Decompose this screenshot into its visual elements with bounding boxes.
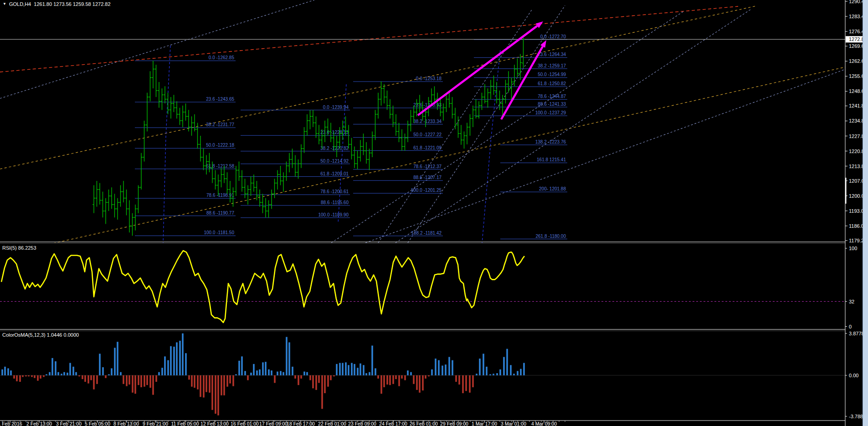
osma-bar [55, 361, 56, 375]
osma-bar [476, 374, 478, 375]
osma-bar [410, 372, 412, 375]
osma-bar [292, 367, 293, 375]
osma-bar [93, 375, 95, 390]
osma-bar [232, 375, 234, 386]
osma-bar [90, 375, 92, 380]
channel-line-2[interactable] [331, 11, 683, 243]
osma-bar [69, 363, 71, 375]
osma-bar [265, 362, 267, 375]
osma-bar [99, 354, 101, 375]
trend-arrow-1[interactable] [418, 21, 543, 115]
fib-level-label: 200- 1201.88 [539, 186, 566, 191]
osma-bar [188, 375, 190, 380]
osma-bar [345, 362, 347, 375]
fib-level-label: 161.8 1215.41 [537, 157, 566, 162]
osma-bar [209, 375, 211, 393]
osma-bar [458, 375, 460, 385]
osma-bar [4, 367, 6, 375]
osma-bar [493, 374, 494, 375]
osma-bar [31, 375, 33, 377]
osma-bar [197, 375, 199, 390]
rsi-axis-label: 100 [849, 246, 857, 251]
rsi-panel[interactable] [0, 251, 845, 323]
osma-bar [57, 372, 59, 375]
osma-bar [268, 370, 270, 375]
osma-bar [354, 364, 355, 375]
fib-level-label: 138.2 -1223.76 [535, 139, 566, 144]
osma-bar [371, 346, 373, 375]
channel-line-1[interactable] [0, 0, 314, 98]
chart-canvas[interactable]: 0.0 -1262.8523.6 -1243.6538.2 -1231.7750… [0, 0, 868, 426]
osma-bar [503, 357, 505, 375]
osma-bar [51, 358, 53, 375]
osma-bar [182, 334, 184, 375]
fib-level-label: 88.6 -1190.77 [206, 210, 234, 216]
osma-bar [244, 371, 246, 375]
osma-bar [123, 375, 124, 384]
chevron-down-icon[interactable]: ▼ [3, 2, 6, 6]
osma-bar [523, 363, 525, 375]
osma-bar [496, 373, 498, 375]
osma-bar [312, 375, 314, 388]
osma-bar [84, 375, 86, 382]
osma-bar [315, 375, 317, 390]
osma-bar [419, 375, 421, 393]
time-tick-label: 5 Feb 05:00 [85, 421, 110, 426]
osma-bar [333, 375, 335, 376]
osma-bar [138, 375, 139, 385]
osma-bar [120, 372, 122, 375]
navy-dashed-line-3[interactable] [482, 50, 500, 243]
osma-bar [61, 374, 62, 375]
channel-line-3[interactable] [395, 9, 752, 243]
time-tick-label: 12 Feb 13:00 [200, 421, 229, 426]
osma-bar [117, 342, 118, 375]
time-tick-label: 2 Feb 13:00 [26, 421, 52, 426]
axis-marker-bar [845, 178, 847, 204]
osma-bar [46, 374, 47, 375]
window-scrollbar[interactable] [863, 0, 868, 426]
fib-level-label: 78.6 -1212.37 [413, 164, 442, 169]
osma-bar [19, 375, 21, 382]
osma-bar [339, 363, 341, 375]
osma-panel[interactable] [0, 334, 845, 416]
time-tick-label: 3 Feb 21:00 [56, 421, 82, 426]
fib-level-label: 61.8 -1209.01 [320, 171, 349, 176]
rsi-axis-label: 32 [849, 299, 854, 304]
symbol-ohlc-text: GOLD,H4 1261.80 1273.56 1259.58 1272.82 [9, 1, 111, 7]
osma-bar [75, 372, 77, 375]
osma-bar [286, 337, 288, 375]
time-tick-label: 16 Feb 01:00 [231, 421, 259, 426]
osma-bar [126, 375, 128, 386]
osma-bar [489, 374, 491, 375]
osma-bar [303, 371, 305, 375]
rsi-indicator-label: RSI(5) 86.2253 [2, 245, 36, 251]
osma-bar [108, 374, 110, 375]
osma-bar [221, 375, 222, 395]
osma-bar [510, 365, 512, 375]
symbol-info-bar[interactable]: ▼ GOLD,H4 1261.80 1273.56 1259.58 1272.8… [3, 1, 111, 7]
osma-bar [448, 357, 450, 375]
time-axis[interactable]: 1 Feb 20162 Feb 13:003 Feb 21:005 Feb 05… [0, 421, 565, 426]
osma-bar [96, 375, 98, 384]
osma-bar [102, 367, 104, 375]
osma-bar [259, 370, 261, 375]
osma-bar [416, 375, 418, 390]
osma-bar [442, 365, 443, 375]
osma-bar [375, 368, 376, 375]
yellow-dashed-trendline-upper[interactable] [0, 6, 756, 169]
navy-dashed-line-1[interactable] [163, 46, 170, 243]
osma-bar [176, 342, 178, 375]
fib-level-label: 23.6 -1264.34 [538, 52, 566, 57]
osma-bar [330, 375, 332, 380]
time-tick-label: 22 Feb 01:00 [318, 421, 346, 426]
fibonacci-set-4-extensions[interactable]: 138.2 -1223.76161.8 1215.41200- 1201.882… [500, 139, 567, 239]
fib-level-label: 88.6 -1207.17 [413, 175, 442, 180]
osma-bar [185, 353, 187, 375]
channel-line-4[interactable] [365, 61, 868, 243]
main-price-panel[interactable]: 0.0 -1262.8523.6 -1243.6538.2 -1231.7750… [0, 0, 868, 255]
osma-bar [483, 354, 484, 375]
fib-level-label: 261.8 -1180.00 [535, 234, 566, 239]
time-tick-label: 17 Feb 09:00 [259, 421, 288, 426]
fib-level-label: 38.2 -1233.34 [413, 119, 442, 124]
trend-arrow-2[interactable] [501, 40, 546, 119]
